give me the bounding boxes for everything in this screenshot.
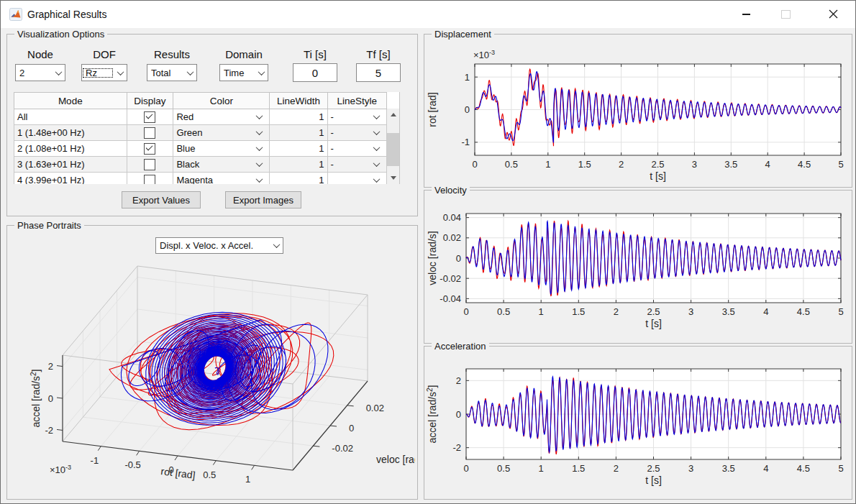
svg-text:0.04: 0.04 [443, 212, 461, 223]
acceleration-plot: 00.511.522.533.544.55-202t [s]accel [rad… [424, 355, 850, 497]
linestyle-select[interactable]: - [327, 157, 386, 173]
svg-text:0.5: 0.5 [497, 463, 510, 474]
svg-text:2.5: 2.5 [651, 159, 664, 170]
minimize-icon [742, 14, 750, 15]
phase-portrait-select[interactable]: Displ. x Veloc. x Accel. [155, 237, 283, 254]
graphical-results-window: Graphical Results Visualization Options … [0, 0, 856, 504]
export-images-button[interactable]: Export Images [225, 191, 301, 209]
window-title: Graphical Results [27, 1, 107, 28]
close-button[interactable] [812, 1, 854, 27]
table-row: 4 (3.99e+01 Hz)Magenta1 [14, 173, 387, 185]
chevron-down-icon [183, 70, 196, 75]
display-checkbox[interactable] [144, 111, 155, 123]
svg-text:3: 3 [688, 306, 693, 317]
mode-cell[interactable]: 2 (1.08e+01 Hz) [14, 141, 127, 157]
svg-text:accel [rad/s2]: accel [rad/s2] [426, 385, 438, 443]
svg-text:2.5: 2.5 [647, 306, 660, 317]
svg-text:-2: -2 [452, 442, 461, 453]
display-cell [127, 125, 173, 141]
mode-table: Mode Display Color LineWidth LineStyle A… [14, 92, 400, 184]
linewidth-cell[interactable]: 1 [270, 173, 327, 185]
display-checkbox[interactable] [144, 127, 155, 139]
scroll-down-button[interactable] [387, 172, 399, 184]
svg-text:4.5: 4.5 [798, 159, 811, 170]
export-values-button[interactable]: Export Values [122, 191, 201, 209]
chevron-down-icon [373, 160, 381, 167]
svg-text:0: 0 [465, 104, 470, 115]
svg-text:0: 0 [48, 393, 53, 404]
arrow-up-icon [391, 113, 396, 116]
svg-text:5: 5 [838, 463, 843, 474]
color-select[interactable]: Black [173, 157, 270, 173]
svg-text:0.02: 0.02 [443, 232, 461, 243]
svg-text:1: 1 [539, 306, 544, 317]
ti-input[interactable] [293, 63, 337, 82]
domain-select[interactable]: Time [219, 64, 268, 81]
scrollbar-thumb[interactable] [387, 133, 399, 166]
chevron-down-icon [373, 175, 381, 183]
svg-text:0.02: 0.02 [366, 403, 384, 413]
linewidth-cell[interactable]: 1 [270, 157, 327, 173]
linestyle-select[interactable] [327, 173, 386, 185]
linestyle-select[interactable]: - [327, 141, 386, 157]
color-select[interactable]: Green [173, 125, 270, 141]
mode-cell[interactable]: 3 (1.63e+01 Hz) [14, 157, 127, 173]
node-select[interactable]: 2 [15, 64, 65, 81]
chevron-down-icon [255, 70, 268, 75]
svg-text:2: 2 [619, 159, 624, 170]
results-label: Results [147, 48, 197, 60]
svg-text:-0.04: -0.04 [440, 293, 461, 304]
svg-text:4.5: 4.5 [797, 306, 810, 317]
display-checkbox[interactable] [144, 175, 155, 185]
color-select[interactable]: Red [173, 109, 270, 125]
svg-text:0.5: 0.5 [497, 306, 510, 317]
scroll-up-button[interactable] [387, 109, 399, 121]
domain-label: Domain [219, 48, 268, 60]
linestyle-select[interactable]: - [327, 109, 386, 125]
linewidth-cell[interactable]: 1 [270, 141, 327, 157]
linewidth-cell[interactable]: 1 [270, 125, 327, 141]
minimize-button[interactable] [729, 1, 762, 27]
svg-text:accel [rad/s2]: accel [rad/s2] [29, 369, 42, 427]
tf-input[interactable] [356, 63, 401, 82]
svg-text:rot [rad]: rot [rad] [160, 465, 196, 481]
color-select[interactable]: Magenta [173, 173, 270, 185]
svg-text:1.5: 1.5 [572, 463, 585, 474]
color-select[interactable]: Blue [173, 141, 270, 157]
display-checkbox[interactable] [144, 159, 155, 170]
close-icon [829, 9, 838, 19]
col-header-color: Color [173, 93, 270, 109]
maximize-button[interactable] [769, 1, 802, 27]
node-label: Node [15, 48, 65, 60]
titlebar[interactable]: Graphical Results [1, 1, 855, 28]
svg-text:0: 0 [456, 253, 461, 264]
results-select[interactable]: Total [147, 64, 197, 81]
svg-text:t [s]: t [s] [645, 318, 662, 329]
mode-cell[interactable]: 4 (3.99e+01 Hz) [14, 173, 127, 185]
svg-text:0.5: 0.5 [203, 469, 216, 480]
panel-title: Phase Portraits [14, 220, 84, 231]
chevron-down-icon [256, 160, 263, 167]
dof-label: DOF [81, 48, 127, 60]
chevron-down-icon [52, 70, 65, 75]
display-checkbox[interactable] [144, 143, 155, 155]
svg-text:×10-3: ×10-3 [473, 49, 495, 60]
svg-text:2: 2 [48, 361, 53, 372]
mode-cell[interactable]: 1 (1.48e+00 Hz) [14, 125, 127, 141]
svg-text:4: 4 [765, 159, 770, 170]
linestyle-select[interactable]: - [327, 125, 386, 141]
svg-text:0: 0 [456, 409, 461, 420]
svg-text:0: 0 [349, 423, 354, 434]
table-scrollbar[interactable] [387, 109, 399, 184]
svg-text:3.5: 3.5 [722, 463, 735, 474]
svg-text:rot [rad]: rot [rad] [427, 92, 438, 127]
chevron-down-icon [256, 175, 263, 183]
chevron-down-icon [373, 144, 381, 151]
mode-cell[interactable]: All [14, 109, 127, 125]
dof-select[interactable]: Rz [81, 64, 127, 81]
linewidth-cell[interactable]: 1 [270, 109, 327, 125]
svg-text:-0.02: -0.02 [332, 443, 353, 454]
table-row: 1 (1.48e+00 Hz)Green1- [14, 125, 387, 141]
table-row: AllRed1- [14, 109, 387, 125]
svg-text:1: 1 [539, 463, 544, 474]
